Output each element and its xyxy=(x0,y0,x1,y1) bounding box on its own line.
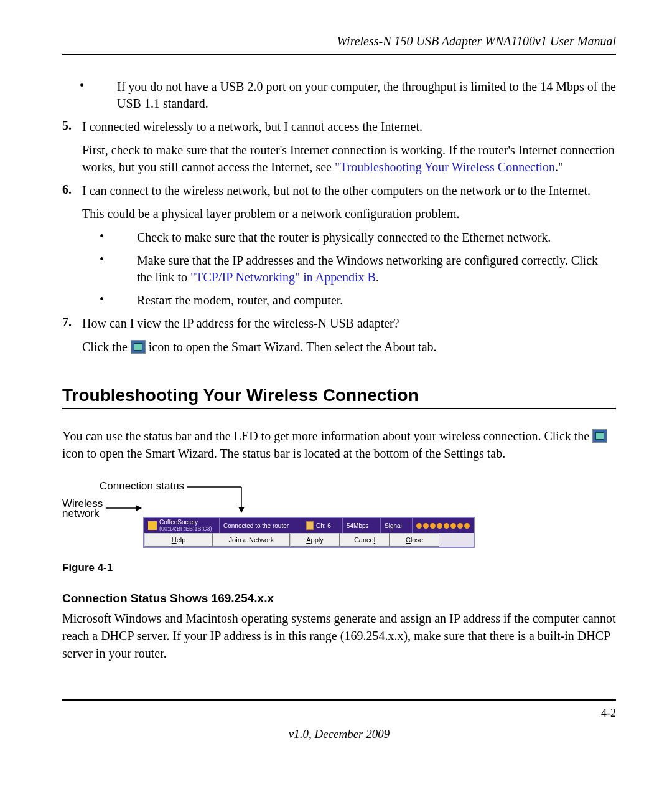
bullet-item: • Check to make sure that the router is … xyxy=(82,229,616,246)
version-footer: v1.0, December 2009 xyxy=(62,727,616,741)
figure-callouts: Connection status Wireless network xyxy=(62,481,616,517)
running-header: Wireless-N 150 USB Adapter WNA1100v1 Use… xyxy=(62,34,616,55)
bullet-text: Check to make sure that the router is ph… xyxy=(137,229,616,246)
cancel-button[interactable]: Cancel xyxy=(340,533,390,547)
item-5-answer: First, check to make sure that the route… xyxy=(82,142,616,176)
signal-label: Signal xyxy=(381,518,413,533)
figure-4-1: Connection status Wireless network Coffe… xyxy=(62,481,616,574)
signal-strength-dots xyxy=(413,523,474,529)
bullet-text: If you do not have a USB 2.0 port on you… xyxy=(117,78,616,112)
join-network-button[interactable]: Join a Network xyxy=(213,533,290,547)
text-fragment: icon to open the Smart Wizard. The statu… xyxy=(62,446,505,460)
subsection-paragraph: Microsoft Windows and Macintosh operatin… xyxy=(62,610,616,662)
wifi-icon xyxy=(148,521,157,530)
item-question: How can I view the IP address for the wi… xyxy=(82,315,616,333)
item-7-answer: Click the icon to open the Smart Wizard.… xyxy=(82,339,616,356)
bullet-text: Restart the modem, router, and computer. xyxy=(137,292,616,309)
text-fragment: ." xyxy=(555,160,563,174)
bullet-item: • Make sure that the IP addresses and th… xyxy=(82,252,616,286)
item-question: I can connect to the wireless network, b… xyxy=(82,182,616,200)
bullet-item: • Restart the modem, router, and compute… xyxy=(82,292,616,309)
subsection-heading: Connection Status Shows 169.254.x.x xyxy=(62,592,616,605)
bullet-marker: • xyxy=(62,78,117,112)
ssid-name: CoffeeSociety xyxy=(159,519,198,526)
help-button[interactable]: Help xyxy=(144,533,213,547)
file-icon xyxy=(306,521,314,530)
network-cell: CoffeeSociety (00:14:BF:EB:1B:C3) xyxy=(144,518,220,533)
bullet-item: • If you do not have a USB 2.0 port on y… xyxy=(62,78,616,112)
section-heading: Troubleshooting Your Wireless Connection xyxy=(62,385,616,409)
callout-connection-status: Connection status xyxy=(100,481,184,492)
list-item-6: 6. I can connect to the wireless network… xyxy=(62,182,616,200)
status-bar-info-row: CoffeeSociety (00:14:BF:EB:1B:C3) Connec… xyxy=(144,518,474,533)
bullet-text: Make sure that the IP addresses and the … xyxy=(137,252,616,286)
svg-marker-2 xyxy=(238,507,245,513)
mac-address: (00:14:BF:EB:1B:C3) xyxy=(159,526,212,532)
item-number: 6. xyxy=(62,182,82,200)
list-item-7: 7. How can I view the IP address for the… xyxy=(62,315,616,333)
page-number: 4-2 xyxy=(62,707,616,720)
close-button[interactable]: Close xyxy=(390,533,439,547)
item-6-answer: This could be a physical layer problem o… xyxy=(82,205,616,223)
item-number: 7. xyxy=(62,315,82,333)
status-bar: CoffeeSociety (00:14:BF:EB:1B:C3) Connec… xyxy=(143,517,475,548)
rate-cell: 54Mbps xyxy=(343,518,381,533)
smart-wizard-tray-icon xyxy=(131,340,146,354)
text-fragment: . xyxy=(376,270,379,284)
figure-caption: Figure 4-1 xyxy=(62,562,616,574)
item-question: I connected wirelessly to a network, but… xyxy=(82,118,616,136)
bullet-marker: • xyxy=(82,229,137,246)
bullet-marker: • xyxy=(82,292,137,309)
footer: 4-2 v1.0, December 2009 xyxy=(62,699,616,741)
callout-wireless-line2: network xyxy=(62,507,100,517)
connection-status-text: Connected to the router xyxy=(220,518,302,533)
link-troubleshooting[interactable]: "Troubleshooting Your Wireless Connectio… xyxy=(335,160,555,174)
smart-wizard-tray-icon xyxy=(592,429,607,443)
list-item-5: 5. I connected wirelessly to a network, … xyxy=(62,118,616,136)
channel-value: 6 xyxy=(327,522,331,529)
section-paragraph: You can use the status bar and the LED t… xyxy=(62,428,616,462)
bullet-marker: • xyxy=(82,252,137,286)
svg-marker-4 xyxy=(136,505,142,511)
status-bar-button-row: Help Join a Network Apply Cancel Close xyxy=(144,533,474,547)
link-tcpip-appendix[interactable]: "TCP/IP Networking" in Appendix B xyxy=(190,270,376,284)
item-number: 5. xyxy=(62,118,82,136)
apply-button[interactable]: Apply xyxy=(290,533,340,547)
text-fragment: icon to open the Smart Wizard. Then sele… xyxy=(149,340,437,354)
channel-cell: Ch: 6 xyxy=(302,518,343,533)
channel-label: Ch: xyxy=(316,522,326,529)
text-fragment: Click the xyxy=(82,340,131,354)
text-fragment: You can use the status bar and the LED t… xyxy=(62,429,592,443)
